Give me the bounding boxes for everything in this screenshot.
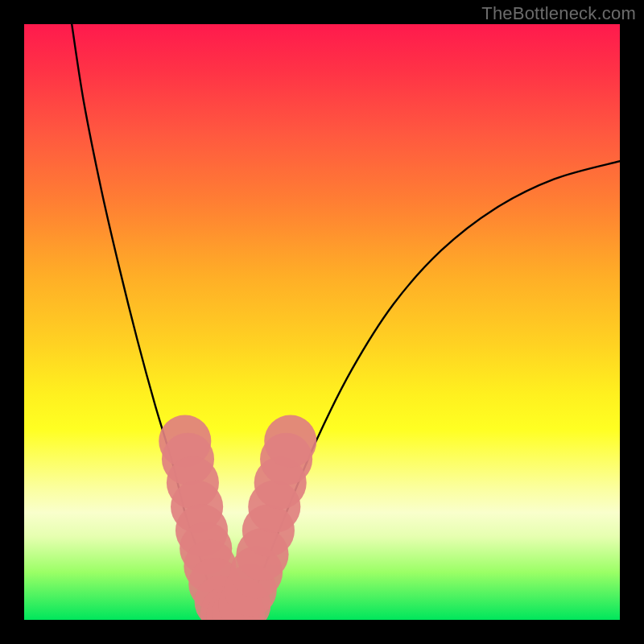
cluster-dot (264, 415, 316, 467)
plot-area (24, 24, 620, 620)
marker-layer (159, 415, 316, 620)
chart-overlay-svg (24, 24, 620, 620)
watermark-text: TheBottleneck.com (481, 3, 636, 24)
bottleneck-curve (72, 24, 620, 617)
chart-frame: TheBottleneck.com (0, 0, 644, 644)
curve-layer (72, 24, 620, 617)
